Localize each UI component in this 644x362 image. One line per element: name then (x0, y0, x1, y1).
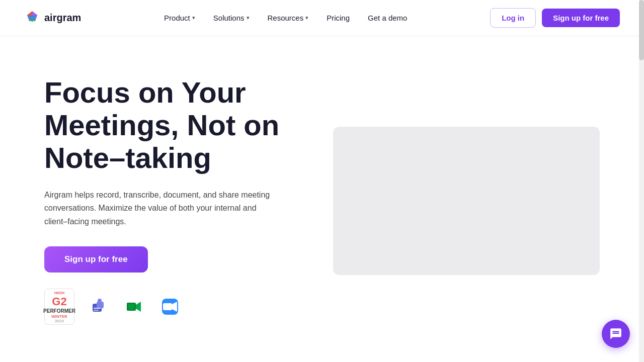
badge-row: HIGH G2 PERFORMER WINTER 2023 (44, 289, 279, 325)
logo-icon (24, 10, 40, 26)
svg-rect-6 (94, 308, 101, 309)
signup-button-hero[interactable]: Sign up for free (44, 246, 148, 273)
nav-links: Product ▾ Solutions ▾ Resources ▾ Pricin… (157, 10, 414, 26)
zoom-integration-icon (157, 294, 183, 320)
chat-icon (609, 327, 622, 340)
hero-description: Airgram helps record, transcribe, docume… (44, 189, 276, 228)
scrollbar[interactable] (639, 0, 644, 362)
chat-support-button[interactable] (602, 320, 630, 348)
g2-badge: HIGH G2 PERFORMER WINTER 2023 (44, 289, 74, 325)
svg-rect-15 (163, 303, 172, 310)
hero-media-placeholder (333, 127, 600, 275)
nav-item-resources[interactable]: Resources ▾ (261, 10, 316, 26)
login-button[interactable]: Log in (490, 8, 536, 28)
nav-actions: Log in Sign up for free (490, 8, 620, 28)
chevron-down-icon: ▾ (247, 15, 250, 21)
svg-point-5 (98, 299, 102, 303)
nav-item-pricing[interactable]: Pricing (319, 10, 357, 26)
meet-integration-icon (121, 294, 147, 320)
signup-button-nav[interactable]: Sign up for free (542, 9, 620, 27)
logo-text: airgram (44, 12, 81, 24)
hero-content: Focus on Your Meetings, Not on Note–taki… (44, 76, 279, 325)
navbar: airgram Product ▾ Solutions ▾ Resources … (0, 0, 644, 36)
teams-integration-icon (85, 294, 111, 320)
hero-section: Focus on Your Meetings, Not on Note–taki… (0, 36, 644, 345)
scrollbar-thumb[interactable] (639, 0, 644, 60)
chevron-down-icon: ▾ (192, 15, 195, 21)
svg-rect-4 (97, 302, 104, 308)
logo-link[interactable]: airgram (24, 10, 81, 26)
hero-title: Focus on Your Meetings, Not on Note–taki… (44, 76, 279, 174)
nav-item-product[interactable]: Product ▾ (157, 10, 202, 26)
svg-rect-7 (94, 310, 99, 311)
nav-item-solutions[interactable]: Solutions ▾ (206, 10, 257, 26)
nav-item-demo[interactable]: Get a demo (361, 10, 414, 26)
svg-rect-12 (128, 304, 135, 310)
chevron-down-icon: ▾ (305, 15, 308, 21)
